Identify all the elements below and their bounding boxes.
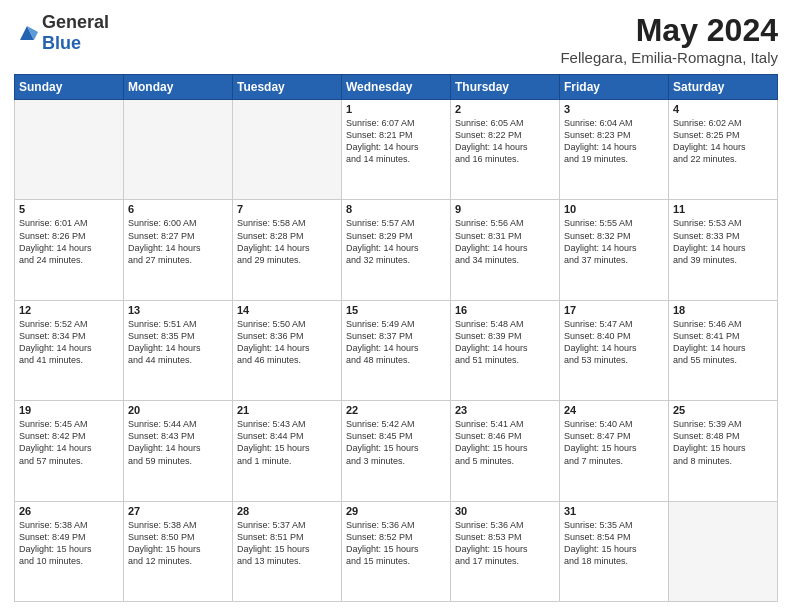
calendar-cell (124, 100, 233, 200)
day-number: 21 (237, 404, 337, 416)
calendar-header-row: Sunday Monday Tuesday Wednesday Thursday… (15, 75, 778, 100)
header: General Blue May 2024 Fellegara, Emilia-… (14, 12, 778, 66)
calendar-cell: 10Sunrise: 5:55 AM Sunset: 8:32 PM Dayli… (560, 200, 669, 300)
calendar-cell: 15Sunrise: 5:49 AM Sunset: 8:37 PM Dayli… (342, 300, 451, 400)
calendar-cell: 29Sunrise: 5:36 AM Sunset: 8:52 PM Dayli… (342, 501, 451, 601)
calendar-cell: 14Sunrise: 5:50 AM Sunset: 8:36 PM Dayli… (233, 300, 342, 400)
calendar-cell: 9Sunrise: 5:56 AM Sunset: 8:31 PM Daylig… (451, 200, 560, 300)
day-info: Sunrise: 5:44 AM Sunset: 8:43 PM Dayligh… (128, 418, 228, 467)
day-info: Sunrise: 5:50 AM Sunset: 8:36 PM Dayligh… (237, 318, 337, 367)
header-monday: Monday (124, 75, 233, 100)
logo-general: General (42, 12, 109, 32)
calendar-cell: 25Sunrise: 5:39 AM Sunset: 8:48 PM Dayli… (669, 401, 778, 501)
day-number: 10 (564, 203, 664, 215)
day-info: Sunrise: 5:37 AM Sunset: 8:51 PM Dayligh… (237, 519, 337, 568)
day-info: Sunrise: 5:46 AM Sunset: 8:41 PM Dayligh… (673, 318, 773, 367)
title-block: May 2024 Fellegara, Emilia-Romagna, Ital… (560, 12, 778, 66)
day-number: 17 (564, 304, 664, 316)
day-info: Sunrise: 5:43 AM Sunset: 8:44 PM Dayligh… (237, 418, 337, 467)
calendar-cell: 1Sunrise: 6:07 AM Sunset: 8:21 PM Daylig… (342, 100, 451, 200)
day-number: 7 (237, 203, 337, 215)
calendar-cell: 19Sunrise: 5:45 AM Sunset: 8:42 PM Dayli… (15, 401, 124, 501)
day-number: 19 (19, 404, 119, 416)
day-info: Sunrise: 5:53 AM Sunset: 8:33 PM Dayligh… (673, 217, 773, 266)
day-number: 28 (237, 505, 337, 517)
day-number: 2 (455, 103, 555, 115)
day-number: 9 (455, 203, 555, 215)
header-tuesday: Tuesday (233, 75, 342, 100)
day-number: 26 (19, 505, 119, 517)
day-info: Sunrise: 5:36 AM Sunset: 8:53 PM Dayligh… (455, 519, 555, 568)
calendar-cell: 24Sunrise: 5:40 AM Sunset: 8:47 PM Dayli… (560, 401, 669, 501)
day-info: Sunrise: 5:42 AM Sunset: 8:45 PM Dayligh… (346, 418, 446, 467)
day-number: 12 (19, 304, 119, 316)
calendar-week-4: 26Sunrise: 5:38 AM Sunset: 8:49 PM Dayli… (15, 501, 778, 601)
day-info: Sunrise: 5:36 AM Sunset: 8:52 PM Dayligh… (346, 519, 446, 568)
day-info: Sunrise: 5:40 AM Sunset: 8:47 PM Dayligh… (564, 418, 664, 467)
day-number: 11 (673, 203, 773, 215)
day-number: 15 (346, 304, 446, 316)
day-info: Sunrise: 5:47 AM Sunset: 8:40 PM Dayligh… (564, 318, 664, 367)
day-info: Sunrise: 5:38 AM Sunset: 8:49 PM Dayligh… (19, 519, 119, 568)
calendar-cell: 20Sunrise: 5:44 AM Sunset: 8:43 PM Dayli… (124, 401, 233, 501)
day-info: Sunrise: 6:01 AM Sunset: 8:26 PM Dayligh… (19, 217, 119, 266)
day-number: 30 (455, 505, 555, 517)
logo: General Blue (14, 12, 109, 54)
day-number: 8 (346, 203, 446, 215)
calendar-week-0: 1Sunrise: 6:07 AM Sunset: 8:21 PM Daylig… (15, 100, 778, 200)
calendar-cell: 18Sunrise: 5:46 AM Sunset: 8:41 PM Dayli… (669, 300, 778, 400)
day-number: 6 (128, 203, 228, 215)
calendar-cell (233, 100, 342, 200)
day-info: Sunrise: 5:55 AM Sunset: 8:32 PM Dayligh… (564, 217, 664, 266)
day-number: 25 (673, 404, 773, 416)
day-number: 23 (455, 404, 555, 416)
day-number: 1 (346, 103, 446, 115)
day-info: Sunrise: 5:56 AM Sunset: 8:31 PM Dayligh… (455, 217, 555, 266)
calendar-cell: 6Sunrise: 6:00 AM Sunset: 8:27 PM Daylig… (124, 200, 233, 300)
day-number: 20 (128, 404, 228, 416)
calendar-cell: 2Sunrise: 6:05 AM Sunset: 8:22 PM Daylig… (451, 100, 560, 200)
header-thursday: Thursday (451, 75, 560, 100)
day-number: 5 (19, 203, 119, 215)
day-info: Sunrise: 6:02 AM Sunset: 8:25 PM Dayligh… (673, 117, 773, 166)
day-number: 29 (346, 505, 446, 517)
day-number: 3 (564, 103, 664, 115)
day-info: Sunrise: 5:51 AM Sunset: 8:35 PM Dayligh… (128, 318, 228, 367)
day-info: Sunrise: 6:07 AM Sunset: 8:21 PM Dayligh… (346, 117, 446, 166)
day-info: Sunrise: 5:45 AM Sunset: 8:42 PM Dayligh… (19, 418, 119, 467)
calendar-cell: 5Sunrise: 6:01 AM Sunset: 8:26 PM Daylig… (15, 200, 124, 300)
calendar-cell: 31Sunrise: 5:35 AM Sunset: 8:54 PM Dayli… (560, 501, 669, 601)
calendar-cell: 21Sunrise: 5:43 AM Sunset: 8:44 PM Dayli… (233, 401, 342, 501)
logo-blue: Blue (42, 33, 81, 53)
day-info: Sunrise: 6:04 AM Sunset: 8:23 PM Dayligh… (564, 117, 664, 166)
day-info: Sunrise: 5:49 AM Sunset: 8:37 PM Dayligh… (346, 318, 446, 367)
calendar-subtitle: Fellegara, Emilia-Romagna, Italy (560, 49, 778, 66)
day-info: Sunrise: 6:00 AM Sunset: 8:27 PM Dayligh… (128, 217, 228, 266)
calendar-cell: 28Sunrise: 5:37 AM Sunset: 8:51 PM Dayli… (233, 501, 342, 601)
calendar-cell: 3Sunrise: 6:04 AM Sunset: 8:23 PM Daylig… (560, 100, 669, 200)
calendar-cell: 16Sunrise: 5:48 AM Sunset: 8:39 PM Dayli… (451, 300, 560, 400)
calendar-cell: 23Sunrise: 5:41 AM Sunset: 8:46 PM Dayli… (451, 401, 560, 501)
day-info: Sunrise: 5:41 AM Sunset: 8:46 PM Dayligh… (455, 418, 555, 467)
calendar-cell: 30Sunrise: 5:36 AM Sunset: 8:53 PM Dayli… (451, 501, 560, 601)
page: General Blue May 2024 Fellegara, Emilia-… (0, 0, 792, 612)
calendar-cell: 13Sunrise: 5:51 AM Sunset: 8:35 PM Dayli… (124, 300, 233, 400)
day-number: 22 (346, 404, 446, 416)
calendar-cell: 12Sunrise: 5:52 AM Sunset: 8:34 PM Dayli… (15, 300, 124, 400)
header-sunday: Sunday (15, 75, 124, 100)
calendar-cell: 26Sunrise: 5:38 AM Sunset: 8:49 PM Dayli… (15, 501, 124, 601)
logo-icon (16, 22, 38, 44)
day-info: Sunrise: 6:05 AM Sunset: 8:22 PM Dayligh… (455, 117, 555, 166)
day-info: Sunrise: 5:52 AM Sunset: 8:34 PM Dayligh… (19, 318, 119, 367)
header-friday: Friday (560, 75, 669, 100)
calendar-cell: 11Sunrise: 5:53 AM Sunset: 8:33 PM Dayli… (669, 200, 778, 300)
day-number: 18 (673, 304, 773, 316)
day-info: Sunrise: 5:58 AM Sunset: 8:28 PM Dayligh… (237, 217, 337, 266)
calendar-cell: 27Sunrise: 5:38 AM Sunset: 8:50 PM Dayli… (124, 501, 233, 601)
day-number: 13 (128, 304, 228, 316)
calendar-cell (15, 100, 124, 200)
calendar-cell: 22Sunrise: 5:42 AM Sunset: 8:45 PM Dayli… (342, 401, 451, 501)
header-wednesday: Wednesday (342, 75, 451, 100)
calendar-week-2: 12Sunrise: 5:52 AM Sunset: 8:34 PM Dayli… (15, 300, 778, 400)
day-number: 16 (455, 304, 555, 316)
